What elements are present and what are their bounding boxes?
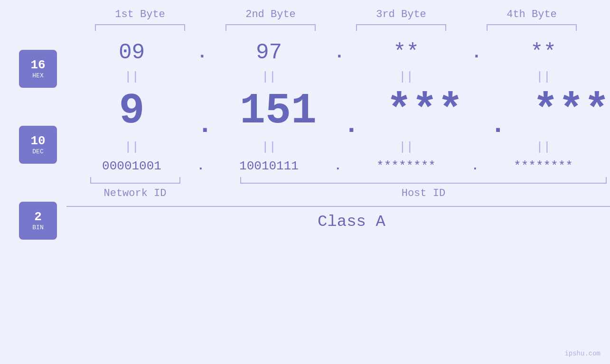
bin-badge: 2 BIN (19, 202, 57, 240)
bracket-cell-2 (206, 24, 336, 31)
bracket-cell-4 (467, 24, 597, 31)
eq-cell-1: || (66, 67, 197, 87)
eq-cell-3: || (341, 67, 471, 87)
dec-badge: 10 DEC (19, 126, 57, 164)
dec-row: 9 . 151 . *** . *** (66, 87, 610, 135)
hex-cell-1: 09 (66, 40, 197, 65)
dec-badge-label: DEC (32, 148, 43, 155)
network-id-bracket (90, 177, 180, 184)
bracket-line-3 (356, 24, 446, 31)
bracket-line-1 (95, 24, 185, 31)
bin-cell-1: 00001001 (66, 159, 197, 173)
bin-value-4: ******** (514, 159, 573, 173)
dec-dot-3: . (490, 110, 506, 140)
hex-value-4: ** (530, 40, 556, 65)
byte-header-4: 4th Byte (467, 9, 597, 20)
hex-value-3: ** (393, 40, 419, 65)
class-label: Class A (66, 213, 610, 231)
hex-cell-4: ** (478, 40, 609, 65)
dec-cell-2: 151 (213, 87, 344, 135)
dec-dot-1: . (197, 110, 213, 140)
bin-cell-3: ******** (341, 159, 471, 173)
hex-row: 09 . 97 . ** . ** (66, 40, 610, 65)
hex-cell-3: ** (341, 40, 471, 65)
hex-badge-label: HEX (32, 72, 43, 79)
bin-cell-4: ******** (478, 159, 609, 173)
top-brackets (0, 24, 610, 31)
main-container: 1st Byte 2nd Byte 3rd Byte 4th Byte 16 H… (0, 0, 610, 364)
bracket-line-2 (225, 24, 316, 31)
host-id-bracket-container: Host ID (210, 177, 610, 199)
hex-dot-1: . (197, 43, 204, 63)
hex-value-1: 09 (119, 40, 145, 65)
byte-header-3: 3rd Byte (336, 9, 467, 20)
dec-cell-1: 9 (66, 87, 197, 135)
byte-headers-row: 1st Byte 2nd Byte 3rd Byte 4th Byte (0, 9, 610, 20)
badges-column: 16 HEX 10 DEC 2 BIN (19, 50, 57, 278)
bin-dot-3: . (471, 159, 478, 173)
dec-dot-2: . (344, 110, 360, 140)
dec-value-4: *** (533, 87, 610, 135)
network-id-label: Network ID (103, 187, 166, 199)
host-id-label: Host ID (402, 187, 445, 199)
watermark: ipshu.com (564, 350, 601, 357)
bracket-cell-3 (336, 24, 467, 31)
class-bar (66, 206, 610, 207)
bin-dot-1: . (197, 159, 204, 173)
dec-value-2: 151 (240, 87, 317, 135)
host-id-bracket (240, 177, 607, 184)
bin-value-1: 00001001 (102, 159, 161, 173)
bin-value-3: ******** (376, 159, 436, 173)
eq2-cell-1: || (66, 137, 197, 157)
hex-badge: 16 HEX (19, 50, 57, 88)
dec-cell-4: *** (506, 87, 610, 135)
bin-row: 00001001 . 10010111 . ******** . *******… (66, 159, 610, 173)
bin-value-2: 10010111 (239, 159, 299, 173)
bin-cell-2: 10010111 (204, 159, 334, 173)
bin-dot-2: . (334, 159, 341, 173)
eq2-cell-2: || (204, 137, 334, 157)
bin-badge-label: BIN (32, 224, 43, 231)
byte-header-2: 2nd Byte (206, 9, 336, 20)
hex-cell-2: 97 (204, 40, 334, 65)
bin-badge-number: 2 (34, 211, 42, 223)
bracket-line-4 (487, 24, 577, 31)
hex-dot-2: . (334, 43, 341, 63)
eq-cell-2: || (204, 67, 334, 87)
dec-value-1: 9 (119, 87, 144, 135)
bottom-brackets-row: Network ID Host ID (66, 177, 610, 199)
network-id-bracket-container: Network ID (66, 177, 204, 199)
hex-value-2: 97 (256, 40, 282, 65)
eq2-cell-4: || (478, 137, 609, 157)
data-area: 09 . 97 . ** . ** || || (66, 36, 610, 278)
dec-badge-number: 10 (30, 135, 45, 147)
eq2-cell-3: || (341, 137, 471, 157)
equals-row-1: || || || || (66, 67, 610, 87)
dec-value-3: *** (386, 87, 463, 135)
dec-cell-3: *** (359, 87, 490, 135)
hex-dot-3: . (471, 43, 478, 63)
byte-header-1: 1st Byte (75, 9, 206, 20)
hex-badge-number: 16 (30, 59, 45, 71)
bracket-cell-1 (75, 24, 206, 31)
eq-cell-4: || (478, 67, 609, 87)
equals-row-2: || || || || (66, 137, 610, 157)
